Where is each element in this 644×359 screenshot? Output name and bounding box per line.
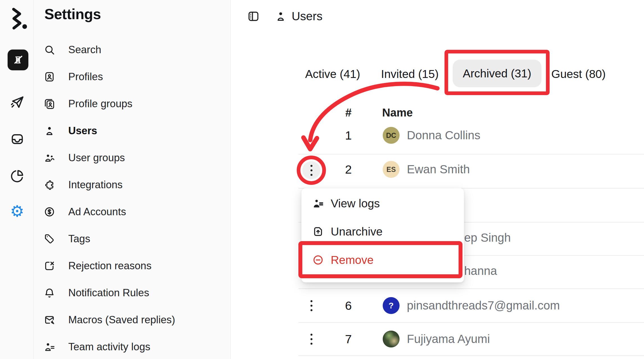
remove-circle-icon — [312, 254, 324, 266]
tab-archived-label: Archived (31) — [463, 67, 531, 80]
profile-card-icon — [44, 71, 55, 83]
sidebar-toggle-button[interactable] — [247, 10, 260, 23]
menu-item-remove[interactable]: Remove — [301, 248, 464, 272]
thread-spool-icon — [11, 53, 25, 67]
breadcrumb: Users — [292, 10, 323, 23]
row-divider — [298, 355, 644, 356]
sidebar-item-label: Rejection reasons — [68, 260, 151, 272]
send-icon — [10, 95, 25, 110]
panel-toggle-icon — [247, 10, 260, 23]
sidebar-item-label: Search — [68, 44, 101, 56]
brand-logo[interactable] — [7, 6, 31, 33]
sidebar-item-label: Profile groups — [68, 98, 132, 110]
sidebar-item-rejection-reasons[interactable]: Rejection reasons — [44, 255, 218, 277]
user-name: pinsandthreads7@gmail.com — [407, 298, 560, 313]
row-context-menu: View logs Unarchive Remove — [301, 188, 464, 282]
sidebar-item-team-activity-logs[interactable]: Team activity logs — [44, 336, 218, 358]
inbox-icon — [10, 132, 25, 147]
row-actions-kebab-icon[interactable] — [305, 333, 318, 345]
activity-log-icon — [44, 341, 55, 353]
clipped-name-fragment: ep Singh — [464, 231, 511, 245]
settings-title: Settings — [44, 6, 101, 23]
person-icon — [275, 10, 287, 23]
user-group-icon — [44, 152, 55, 164]
breadcrumb-users-icon — [275, 10, 287, 23]
macro-reply-icon — [44, 314, 55, 326]
unarchive-icon — [312, 226, 324, 237]
sidebar-item-label: Notification Rules — [68, 287, 149, 299]
menu-item-label: View logs — [331, 197, 380, 210]
sidebar-item-label: Tags — [68, 233, 90, 245]
menu-item-label: Unarchive — [331, 225, 383, 238]
avatar-photo — [383, 331, 400, 347]
menu-item-label: Remove — [331, 253, 374, 267]
user-name: Fujiyama Ayumi — [407, 332, 490, 346]
sidebar-item-label: User groups — [68, 152, 125, 164]
menu-item-unarchive[interactable]: Unarchive — [301, 219, 464, 244]
settings-sidebar: Settings Search Profiles — [33, 0, 231, 359]
sidebar-item-user-groups[interactable]: User groups — [44, 147, 218, 169]
avatar-unknown: ? — [383, 297, 400, 314]
user-icon — [44, 125, 55, 137]
rail-item-reports[interactable] — [10, 169, 24, 184]
sidebar-item-users[interactable]: Users — [44, 120, 218, 142]
profile-groups-icon — [44, 98, 55, 110]
row-number: 6 — [341, 298, 356, 313]
dollar-circle-icon — [44, 206, 55, 218]
icon-rail: ⚙ — [0, 0, 33, 359]
row-number: 7 — [341, 332, 356, 346]
stitch-app-tile[interactable] — [8, 50, 28, 70]
sidebar-item-label: Team activity logs — [68, 341, 150, 353]
sidebar-item-ad-accounts[interactable]: Ad Accounts — [44, 201, 218, 223]
activity-log-icon — [312, 198, 324, 209]
sidebar-item-notification-rules[interactable]: Notification Rules — [44, 282, 218, 304]
annotation-arrow — [292, 79, 450, 158]
settings-gear-icon: ⚙ — [10, 203, 24, 219]
sidebar-item-label: Ad Accounts — [68, 206, 126, 218]
search-icon — [44, 44, 55, 56]
row-number: 2 — [341, 162, 356, 177]
row-actions-kebab-icon[interactable] — [305, 164, 318, 176]
bell-icon — [44, 287, 55, 299]
rail-item-send[interactable] — [10, 95, 25, 110]
puzzle-icon — [44, 179, 55, 191]
sidebar-item-label: Users — [68, 125, 97, 137]
sidebar-item-search[interactable]: Search — [44, 39, 218, 60]
tag-icon — [44, 233, 55, 245]
clipped-name-fragment: hanna — [464, 264, 497, 278]
sidebar-item-label: Macros (Saved replies) — [68, 314, 175, 326]
brand-logo-icon — [9, 7, 29, 32]
sidebar-item-integrations[interactable]: Integrations — [44, 174, 218, 196]
sidebar-item-label: Profiles — [68, 71, 103, 83]
tab-archived[interactable]: Archived (31) — [453, 60, 541, 87]
row-divider — [298, 322, 644, 323]
sidebar-item-profile-groups[interactable]: Profile groups — [44, 93, 218, 115]
rail-item-inbox[interactable] — [10, 132, 25, 147]
sidebar-item-profiles[interactable]: Profiles — [44, 66, 218, 87]
user-name: Ewan Smith — [407, 162, 470, 177]
menu-item-view-logs[interactable]: View logs — [301, 191, 464, 216]
avatar-initials: ES — [383, 161, 400, 178]
rejection-icon — [44, 260, 55, 272]
rail-item-settings[interactable]: ⚙ — [8, 203, 26, 220]
sidebar-item-label: Integrations — [68, 179, 123, 191]
tab-guest[interactable]: Guest (80) — [551, 67, 606, 81]
row-actions-kebab-icon[interactable] — [305, 299, 318, 312]
sidebar-item-tags[interactable]: Tags — [44, 228, 218, 250]
sidebar-item-macros[interactable]: Macros (Saved replies) — [44, 309, 218, 331]
row-divider — [298, 288, 644, 289]
pie-chart-icon — [10, 169, 24, 184]
app-window: ⚙ Settings Search Profiles — [0, 0, 644, 359]
